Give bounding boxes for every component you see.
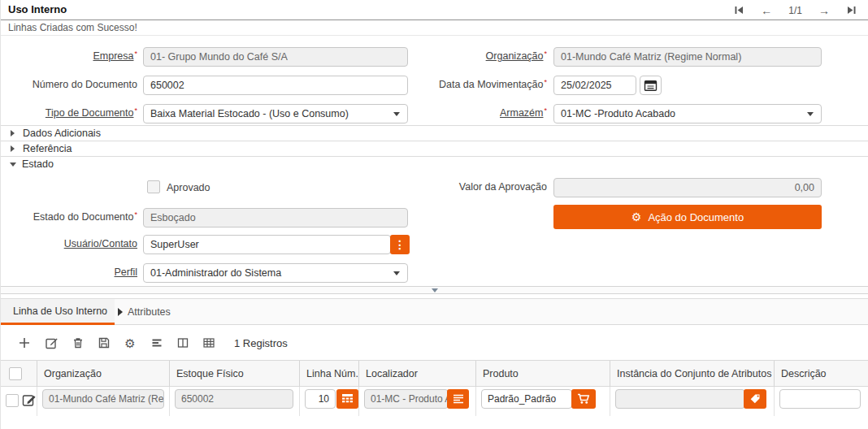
estado-documento-field: Esboçado: [143, 208, 408, 228]
previous-record-icon[interactable]: ←: [761, 5, 772, 16]
attribute-set-button[interactable]: [744, 389, 766, 409]
chevron-right-icon: [11, 145, 15, 152]
row-edit-icon[interactable]: [22, 393, 37, 410]
col-instancia-atributos[interactable]: Instância do Conjunto de Atributos: [610, 361, 775, 387]
columns-icon[interactable]: [176, 336, 190, 350]
row-estoque-field: 650002: [175, 389, 293, 409]
collapse-arrow-icon: [432, 288, 438, 292]
records-count: 1 Registros: [234, 337, 288, 349]
empresa-label: Empresa*: [1, 50, 137, 62]
row-organizacao-cell: 01-Mundo Café Matriz (Re: [37, 387, 170, 416]
valor-aprovacao-field: 0,00: [553, 178, 822, 197]
status-message-bar: Linhas Criadas com Sucesso!: [1, 20, 868, 36]
organizacao-label: Organização*: [375, 50, 547, 62]
usuario-contato-input[interactable]: [143, 235, 391, 254]
first-record-icon[interactable]: [734, 5, 744, 15]
last-record-icon[interactable]: [846, 5, 857, 15]
col-localizador[interactable]: Localizador: [359, 361, 476, 387]
estado-documento-label: Estado do Documento*: [1, 211, 137, 223]
table-row: 01-Mundo Café Matriz (Re 650002 01-MC - …: [1, 387, 868, 416]
chevron-right-icon: [11, 130, 15, 136]
save-icon[interactable]: [97, 336, 111, 350]
organizacao-field: 01-Mundo Café Matriz (Regime Normal): [553, 47, 822, 67]
toggle-detail-icon[interactable]: [150, 336, 164, 350]
empresa-field: 01- Grupo Mundo do Café S/A: [143, 47, 408, 67]
select-all-checkbox[interactable]: [9, 367, 22, 380]
row-estoque-cell: 650002: [170, 387, 300, 416]
row-localizador-cell: 01-MC - Produto Ac: [359, 387, 476, 416]
row-linha-num-input[interactable]: [305, 389, 336, 409]
data-movimentacao-label: Data da Movimentação*: [375, 79, 547, 90]
select-all-header: [1, 361, 37, 387]
tab-attributes[interactable]: Attributes: [115, 299, 196, 325]
tipo-documento-select[interactable]: Baixa Material Estocado - (Uso e Consumo…: [143, 104, 408, 124]
grid-header: Organização Estoque Físico Linha Núm. Lo…: [1, 360, 868, 387]
status-message: Linhas Criadas com Sucesso!: [8, 22, 137, 33]
new-record-icon[interactable]: [17, 336, 32, 350]
gear-icon[interactable]: ⚙: [123, 336, 137, 350]
row-instancia-field: [615, 389, 745, 409]
perfil-label: Perfil: [1, 266, 137, 278]
aprovado-label: Aprovado: [167, 182, 264, 193]
calculator-button[interactable]: [336, 389, 358, 409]
row-localizador-field: 01-MC - Produto Ac: [364, 389, 449, 409]
chevron-down-icon: [807, 112, 814, 116]
gear-icon: ⚙: [631, 211, 642, 223]
col-produto[interactable]: Produto: [476, 361, 610, 387]
row-linha-num-cell: [300, 387, 359, 416]
grid-icon[interactable]: [202, 336, 216, 350]
tab-arrow-icon: [118, 308, 123, 316]
tab-linha-de-uso-interno[interactable]: Linha de Uso Interno: [1, 299, 115, 325]
col-organizacao[interactable]: Organização: [37, 361, 170, 387]
product-search-button[interactable]: [571, 389, 596, 409]
section-dados-adicionais[interactable]: Dados Adicionais: [1, 125, 868, 141]
calendar-button[interactable]: [640, 76, 662, 95]
page-title: Uso Interno: [8, 3, 67, 15]
section-referencia[interactable]: Referência: [1, 141, 868, 156]
chevron-down-icon: [10, 162, 16, 167]
perfil-select[interactable]: 01-Administrador do Sistema: [143, 263, 408, 283]
row-select-cell: [1, 387, 37, 416]
section-estado[interactable]: Estado: [1, 156, 868, 171]
row-produto-cell: [476, 387, 610, 416]
delete-icon[interactable]: [71, 336, 85, 350]
usuario-contato-label: Usuário/Contato: [1, 238, 137, 249]
tipo-documento-label: Tipo de Documento*: [1, 107, 137, 119]
col-linha-num[interactable]: Linha Núm.: [300, 361, 359, 387]
record-info-button[interactable]: ⋮: [390, 235, 410, 254]
data-movimentacao-input[interactable]: [553, 76, 636, 95]
row-descricao-cell: [775, 387, 868, 416]
row-descricao-input[interactable]: [779, 389, 861, 409]
row-organizacao-field: 01-Mundo Café Matriz (Re: [42, 389, 164, 409]
locator-icon: [453, 394, 464, 404]
uso-interno-window: Uso Interno ← 1/1 → Linhas Criadas com S…: [0, 0, 868, 429]
detail-toolbar: ⚙ 1 Registros: [1, 325, 868, 360]
col-estoque-fisico[interactable]: Estoque Físico: [170, 361, 300, 387]
window-titlebar: Uso Interno ← 1/1 →: [1, 0, 868, 20]
acao-documento-button[interactable]: ⚙ Ação do Documento: [553, 205, 822, 229]
chevron-down-icon: [393, 271, 400, 275]
cart-icon: [577, 393, 590, 405]
calendar-icon: [644, 79, 658, 92]
page-indicator: 1/1: [788, 5, 802, 16]
locator-button[interactable]: [447, 389, 469, 409]
numero-documento-input[interactable]: [143, 76, 408, 95]
tag-icon: [749, 393, 761, 405]
aprovado-checkbox[interactable]: [147, 180, 160, 193]
numero-documento-label: Número do Documento: [1, 79, 137, 90]
edit-icon[interactable]: [44, 336, 59, 350]
more-vertical-icon: ⋮: [394, 239, 406, 250]
calculator-icon: [341, 393, 354, 405]
record-navigation: ← 1/1 →: [734, 2, 857, 19]
panel-splitter[interactable]: [1, 286, 868, 294]
row-checkbox[interactable]: [6, 394, 19, 407]
valor-aprovacao-label: Valor da Aprovação: [375, 181, 547, 193]
armazem-label: Armazém*: [375, 107, 547, 119]
armazem-select[interactable]: 01-MC -Produto Acabado: [553, 104, 822, 124]
next-record-icon[interactable]: →: [818, 5, 830, 16]
detail-tabstrip: Linha de Uso Interno Attributes: [1, 298, 868, 325]
row-produto-input[interactable]: [481, 389, 572, 409]
row-instancia-cell: [610, 387, 775, 416]
col-descricao[interactable]: Descrição: [775, 361, 868, 387]
